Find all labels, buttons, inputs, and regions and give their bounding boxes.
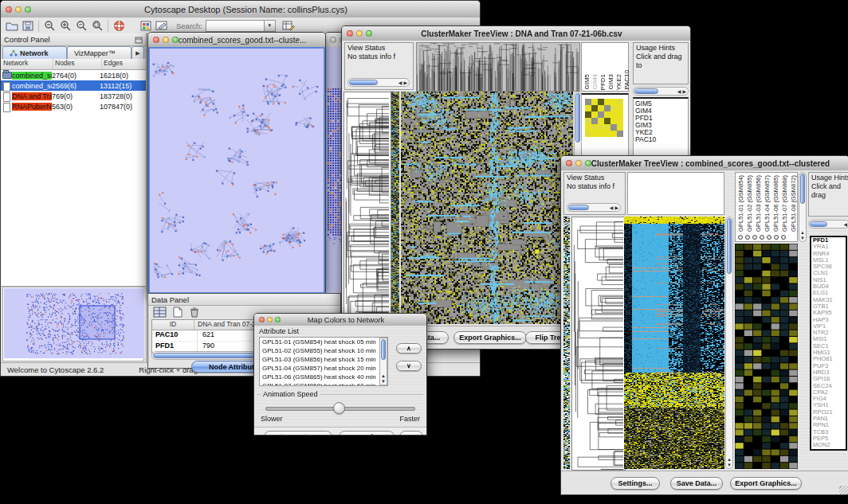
zoom-fit-icon[interactable] (73, 19, 89, 33)
row-dendrogram-canvas[interactable] (344, 92, 391, 326)
heatmap-canvas[interactable] (624, 217, 724, 469)
col-edges[interactable]: Edges (102, 59, 146, 69)
save-icon[interactable] (20, 19, 36, 33)
annotation-icon[interactable] (154, 19, 170, 33)
export-graphics-button[interactable]: Export Graphics... (453, 331, 527, 344)
zoom-button[interactable] (366, 30, 372, 37)
zoom-button[interactable] (275, 317, 281, 322)
usage-hints-hscrollbar[interactable]: ◀ (808, 220, 848, 229)
scroll-right-icon[interactable]: ▶ (614, 205, 619, 210)
column-dendrogram-canvas[interactable] (416, 42, 580, 92)
slider-thumb[interactable] (333, 402, 345, 414)
scroll-left-icon[interactable]: ◀ (842, 222, 848, 227)
scroll-down-icon[interactable]: ▼ (727, 463, 732, 467)
column-selector-row[interactable] (738, 235, 786, 240)
scroll-down-icon[interactable]: ▼ (381, 379, 386, 384)
minimize-button[interactable] (267, 317, 273, 322)
column-dendrogram-panel[interactable] (627, 172, 724, 215)
scrollbar-thumb[interactable] (810, 221, 827, 227)
settings-button[interactable]: Settings... (610, 477, 660, 490)
move-down-button[interactable]: ∨ (396, 361, 422, 371)
zoom-out-icon[interactable] (41, 19, 57, 33)
attribute-item[interactable]: GPL51-07 (GSM868) heat shock 60 min (261, 381, 379, 386)
attribute-item[interactable]: GPL51-06 (GSM865) heat shock 40 min (261, 373, 379, 381)
column-selector-icon[interactable] (767, 235, 771, 240)
zoom-button[interactable] (172, 37, 179, 43)
network-view-canvas[interactable] (150, 49, 324, 292)
tab-overflow-button[interactable]: ▶ (132, 46, 144, 60)
search-input[interactable] (206, 20, 265, 32)
export-graphics-button[interactable]: Export Graphics... (730, 477, 802, 490)
column-selector-icon[interactable] (745, 235, 750, 240)
scrollbar-thumb[interactable] (349, 80, 378, 85)
usage-hints-hscrollbar[interactable]: ◀ ▶ (633, 87, 689, 96)
zoom-heatmap-canvas[interactable] (735, 244, 798, 469)
minimize-button[interactable] (15, 6, 22, 13)
attribute-browser-icon[interactable] (281, 19, 296, 33)
close-button[interactable] (347, 30, 353, 37)
treeview2-titlebar[interactable]: ClusterMaker TreeView : combined_scores_… (561, 156, 848, 171)
col-nodes[interactable]: Nodes (53, 59, 102, 69)
open-icon[interactable] (4, 19, 20, 33)
scroll-up-icon[interactable]: ▲ (727, 457, 732, 462)
close-button[interactable] (6, 6, 12, 13)
row-label[interactable]: PAC10 (635, 136, 688, 143)
zoom-matrix-canvas[interactable] (585, 99, 623, 137)
scrollbar-thumb[interactable] (727, 218, 732, 274)
scrollbar-thumb[interactable] (634, 88, 658, 94)
gene-label[interactable]: MON2 (811, 442, 846, 448)
zoom-in-icon[interactable] (57, 19, 73, 33)
close-button[interactable] (259, 317, 265, 322)
minimize-button[interactable] (575, 160, 582, 166)
data-col-id[interactable]: ID (152, 320, 194, 330)
row-dendrogram-canvas[interactable] (571, 217, 626, 471)
scrollbar-thumb[interactable] (381, 339, 386, 360)
animate-vizmap-button[interactable]: Animate Vizmap (264, 431, 332, 435)
done-button[interactable]: Done (399, 431, 423, 435)
view-status-hscrollbar[interactable]: ◀ ▶ (567, 203, 621, 212)
view-status-hscrollbar[interactable]: ◀ ▶ (347, 78, 410, 87)
move-up-button[interactable]: ∧ (396, 343, 422, 354)
attribute-item[interactable]: GPL51-04 (GSM857) heat shock 20 min (261, 364, 379, 373)
scroll-left-icon[interactable]: ◀ (677, 89, 682, 94)
scrollbar-thumb[interactable] (800, 174, 805, 204)
tab-network[interactable]: Network (2, 46, 67, 60)
scroll-up-icon[interactable]: ▲ (800, 230, 805, 235)
column-selector-icon[interactable] (738, 235, 743, 240)
dialog-titlebar[interactable]: Map Colors to Network (254, 314, 426, 326)
help-icon[interactable] (111, 19, 127, 33)
attribute-listbox[interactable]: GPL51-01 (GSM854) heat shock 05 minGPL51… (259, 337, 388, 386)
attribute-list-vscrollbar[interactable]: ▲ ▼ (379, 338, 387, 385)
tab-vizmapper[interactable]: VizMapper™ (67, 46, 132, 60)
scrollbar-thumb[interactable] (575, 93, 580, 143)
heatmap-canvas[interactable] (401, 92, 573, 324)
scroll-up-icon[interactable]: ▲ (381, 373, 386, 378)
attribute-item[interactable]: GPL51-01 (GSM854) heat shock 05 min (261, 338, 379, 346)
close-button[interactable] (153, 37, 159, 43)
column-selector-icon[interactable] (781, 235, 786, 240)
create-vizmap-button[interactable]: Create Vizmap (339, 431, 395, 435)
scroll-left-icon[interactable]: ◀ (609, 205, 614, 210)
save-data-button[interactable]: Save Data... (670, 477, 723, 490)
network-overview-canvas[interactable] (4, 288, 144, 358)
vizmap-icon[interactable] (138, 19, 154, 33)
column-selector-icon[interactable] (752, 235, 757, 240)
treeview1-titlebar[interactable]: ClusterMaker TreeView : DNA and Tran 07-… (342, 26, 690, 41)
float-panel-icon[interactable] (135, 33, 143, 47)
col-network[interactable]: Network (1, 59, 53, 69)
scroll-left-icon[interactable]: ◀ (398, 80, 403, 85)
heatmap-vscrollbar[interactable]: ▲ ▼ (725, 217, 733, 469)
minimize-button[interactable] (356, 30, 363, 37)
scroll-right-icon[interactable]: ▶ (681, 89, 687, 94)
close-button[interactable] (566, 160, 572, 166)
network-window-titlebar[interactable]: combined_scores_good.txt--cluste... (148, 33, 325, 48)
column-selector-icon[interactable] (774, 235, 779, 240)
search-dropdown-arrow-icon[interactable]: ▼ (265, 20, 276, 32)
minimize-button[interactable] (163, 37, 169, 43)
scroll-right-icon[interactable]: ▶ (402, 80, 408, 85)
attribute-item[interactable]: GPL51-02 (GSM855) heat shock 10 min (261, 346, 379, 355)
zoom-button[interactable] (585, 160, 591, 166)
scroll-down-icon[interactable]: ▼ (800, 236, 805, 240)
zoom-button[interactable] (25, 6, 31, 13)
network-list-item[interactable]: DNA and Tran 07769(0)183728(0) (1, 91, 146, 101)
